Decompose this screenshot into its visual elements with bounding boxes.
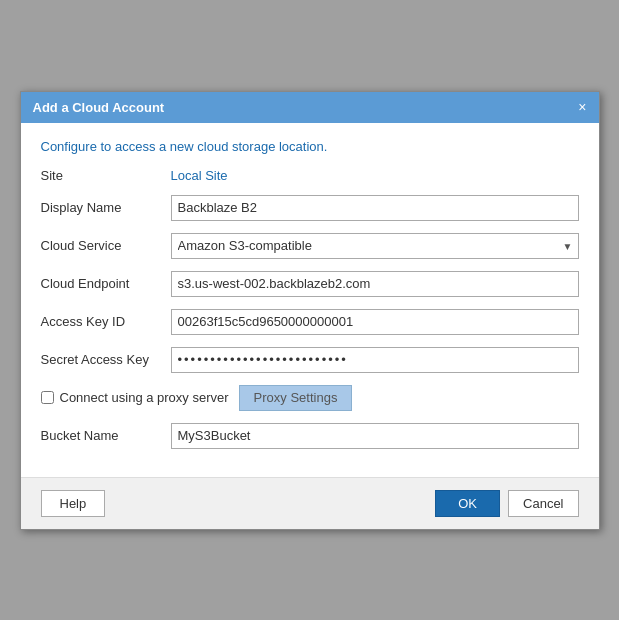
ok-button[interactable]: OK — [435, 490, 500, 517]
cloud-endpoint-input[interactable] — [171, 271, 579, 297]
dialog-footer: Help OK Cancel — [21, 477, 599, 529]
proxy-settings-button[interactable]: Proxy Settings — [239, 385, 353, 411]
site-label: Site — [41, 168, 171, 183]
close-button[interactable]: × — [578, 100, 586, 114]
footer-actions: OK Cancel — [435, 490, 578, 517]
site-row: Site Local Site — [41, 168, 579, 183]
proxy-checkbox[interactable] — [41, 391, 54, 404]
site-value: Local Site — [171, 168, 228, 183]
bucket-name-input[interactable] — [171, 423, 579, 449]
proxy-row: Connect using a proxy server Proxy Setti… — [41, 385, 579, 411]
dialog-title: Add a Cloud Account — [33, 100, 165, 115]
proxy-label: Connect using a proxy server — [60, 390, 229, 405]
cloud-service-select[interactable]: Amazon S3-compatible Amazon S3 Azure Blo… — [171, 233, 579, 259]
cloud-endpoint-row: Cloud Endpoint — [41, 271, 579, 297]
display-name-input[interactable] — [171, 195, 579, 221]
secret-access-key-input[interactable] — [171, 347, 579, 373]
cloud-endpoint-label: Cloud Endpoint — [41, 276, 171, 291]
secret-access-key-label: Secret Access Key — [41, 352, 171, 367]
add-cloud-account-dialog: Add a Cloud Account × Configure to acces… — [20, 91, 600, 530]
help-button[interactable]: Help — [41, 490, 106, 517]
access-key-id-label: Access Key ID — [41, 314, 171, 329]
access-key-id-input[interactable] — [171, 309, 579, 335]
title-bar: Add a Cloud Account × — [21, 92, 599, 123]
bucket-name-label: Bucket Name — [41, 428, 171, 443]
cloud-service-label: Cloud Service — [41, 238, 171, 253]
cloud-service-row: Cloud Service Amazon S3-compatible Amazo… — [41, 233, 579, 259]
access-key-id-row: Access Key ID — [41, 309, 579, 335]
description-text: Configure to access a new cloud storage … — [41, 139, 579, 154]
secret-access-key-row: Secret Access Key — [41, 347, 579, 373]
cloud-service-wrapper: Amazon S3-compatible Amazon S3 Azure Blo… — [171, 233, 579, 259]
display-name-row: Display Name — [41, 195, 579, 221]
bucket-name-row: Bucket Name — [41, 423, 579, 449]
cancel-button[interactable]: Cancel — [508, 490, 578, 517]
dialog-body: Configure to access a new cloud storage … — [21, 123, 599, 477]
display-name-label: Display Name — [41, 200, 171, 215]
